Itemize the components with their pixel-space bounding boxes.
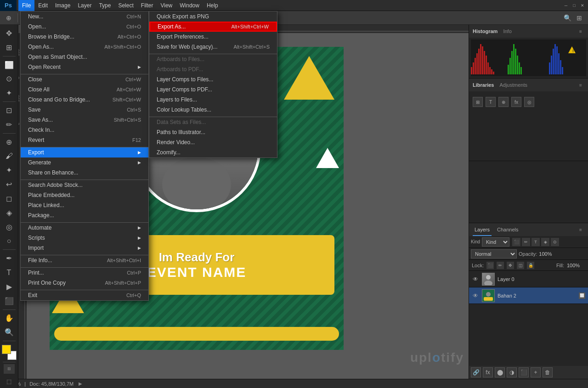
color-swatches[interactable] — [2, 345, 17, 360]
add-mask-button[interactable]: ⬤ — [495, 367, 505, 377]
export-save-web[interactable]: Save for Web (Legacy)... Alt+Shift+Ctrl+… — [149, 42, 277, 52]
lock-artboard[interactable]: ◫ — [517, 262, 524, 269]
menu-search-stock[interactable]: Search Adobe Stock... — [21, 180, 148, 190]
blur-tool[interactable]: ◎ — [2, 220, 17, 234]
opacity-value[interactable]: 100% — [539, 251, 557, 257]
lock-image[interactable]: ✏ — [497, 262, 504, 269]
lock-transparent[interactable]: ⬛ — [486, 262, 494, 269]
quick-mask-button[interactable]: ⊞ — [4, 364, 15, 374]
export-artboards-files[interactable]: Artboards to Files... — [149, 54, 277, 64]
path-selection-tool[interactable]: ▶ — [2, 280, 17, 293]
layer-kind-select[interactable]: Kind Name Effect — [482, 237, 509, 247]
export-quick-png[interactable]: Quick Export as PNG — [149, 11, 277, 22]
menu-open[interactable]: Open... Ctrl+O — [21, 22, 148, 32]
menu-scripts[interactable]: Scripts — [21, 233, 148, 243]
hand-tool[interactable]: ✋ — [2, 312, 17, 325]
menu-layer[interactable]: Layer — [74, 0, 95, 11]
export-zoomify[interactable]: Zoomify... — [149, 147, 277, 157]
type-tool[interactable]: T — [2, 266, 17, 279]
library-btn-3[interactable]: ⊕ — [498, 97, 509, 107]
menu-place-embedded[interactable]: Place Embedded... — [21, 190, 148, 200]
menu-filter[interactable]: Filter — [137, 0, 157, 11]
dodge-tool[interactable]: ○ — [2, 235, 17, 248]
layer-row-0[interactable]: 👁 Layer 0 — [469, 271, 588, 287]
shape-tool[interactable]: ⬛ — [2, 294, 17, 308]
menu-print-one[interactable]: Print One Copy Alt+Shift+Ctrl+P — [21, 278, 148, 288]
lock-position[interactable]: ✥ — [507, 262, 514, 269]
menu-select[interactable]: Select — [114, 0, 137, 11]
libraries-menu-icon[interactable]: ≡ — [577, 81, 584, 89]
lock-all[interactable]: 🔒 — [527, 262, 534, 269]
menu-exit[interactable]: Exit Ctrl+Q — [21, 290, 148, 300]
libraries-tab[interactable]: Libraries — [473, 82, 494, 88]
layer-visibility-1[interactable]: 👁 — [472, 292, 479, 299]
close-button[interactable]: ✕ — [579, 2, 586, 9]
delete-layer-button[interactable]: 🗑 — [543, 367, 553, 377]
link-layers-button[interactable]: 🔗 — [471, 367, 481, 377]
quick-select-tool[interactable]: ✦ — [2, 86, 17, 100]
menu-help[interactable]: Help — [203, 0, 222, 11]
menu-save[interactable]: Save Ctrl+S — [21, 105, 148, 115]
eyedropper-tool[interactable]: ✏ — [2, 118, 17, 131]
export-layer-comps-pdf[interactable]: Layer Comps to PDF... — [149, 84, 277, 95]
export-paths-illustrator[interactable]: Paths to Illustrator... — [149, 127, 277, 137]
library-btn-2[interactable]: T — [486, 97, 496, 107]
menu-file[interactable]: File — [18, 0, 34, 11]
channels-tab[interactable]: Channels — [495, 223, 520, 236]
menu-revert[interactable]: Revert F12 — [21, 135, 148, 145]
menu-package[interactable]: Package... — [21, 210, 148, 220]
info-tab[interactable]: Info — [503, 28, 511, 34]
menu-image[interactable]: Image — [51, 0, 74, 11]
menu-check-in[interactable]: Check In... — [21, 125, 148, 135]
library-btn-5[interactable]: ◎ — [524, 97, 534, 107]
fill-value[interactable]: 100% — [567, 263, 585, 268]
menu-type[interactable]: Type — [95, 0, 114, 11]
menu-edit[interactable]: Edit — [34, 0, 51, 11]
pen-tool[interactable]: ✒ — [2, 252, 17, 265]
libraries-panel-header[interactable]: Libraries Adjustments ≡ — [469, 79, 588, 91]
export-as[interactable]: Export As... Alt+Shift+Ctrl+W — [149, 22, 277, 32]
workspaces-button[interactable]: ⊞ — [574, 13, 584, 23]
export-color-lookup[interactable]: Color Lookup Tables... — [149, 105, 277, 115]
library-btn-1[interactable]: ⊞ — [473, 97, 483, 107]
brush-tool[interactable]: 🖌 — [2, 149, 17, 163]
histogram-panel-header[interactable]: Histogram Info ≡ — [469, 25, 588, 38]
zoom-tool[interactable]: 🔍 — [2, 326, 17, 339]
group-layers-button[interactable]: ⬛ — [519, 367, 529, 377]
screen-mode-button[interactable]: ⬚ — [2, 375, 17, 388]
export-preferences[interactable]: Export Preferences... — [149, 32, 277, 42]
library-btn-4[interactable]: fx — [511, 97, 521, 107]
menu-place-linked[interactable]: Place Linked... — [21, 200, 148, 210]
layer-visibility-0[interactable]: 👁 — [472, 276, 479, 283]
histogram-tab[interactable]: Histogram — [473, 28, 498, 34]
healing-brush-tool[interactable]: ⊕ — [2, 135, 17, 149]
foreground-color-swatch[interactable] — [2, 345, 11, 354]
menu-open-as[interactable]: Open As... Alt+Shift+Ctrl+O — [21, 42, 148, 52]
layers-panel-menu-icon[interactable]: ≡ — [577, 226, 584, 233]
menu-browse-bridge[interactable]: Browse in Bridge... Alt+Ctrl+O — [21, 32, 148, 42]
filter-smart[interactable]: ⊙ — [551, 238, 559, 246]
history-brush-tool[interactable]: ↩ — [2, 178, 17, 191]
new-layer-button[interactable]: + — [531, 367, 541, 377]
menu-view[interactable]: View — [157, 0, 176, 11]
menu-automate[interactable]: Automate — [21, 223, 148, 233]
layer-style-button[interactable]: fx — [483, 367, 493, 377]
artboard-tool[interactable]: ⊞ — [2, 41, 17, 54]
export-layer-comps-files[interactable]: Layer Comps to Files... — [149, 74, 277, 84]
gradient-tool[interactable]: ◈ — [2, 206, 17, 219]
layer-row-1[interactable]: 👁 Bahan 2 ⬜ — [469, 287, 588, 304]
crop-tool[interactable]: ⊡ — [2, 104, 17, 117]
menu-open-smart[interactable]: Open as Smart Object... — [21, 52, 148, 62]
lasso-tool[interactable]: ⊙ — [2, 72, 17, 85]
filter-type[interactable]: T — [531, 238, 540, 246]
move-tool-options[interactable]: ⊕ — [4, 13, 14, 23]
blend-mode-select[interactable]: Normal Multiply Screen Overlay — [471, 249, 517, 259]
menu-file-info[interactable]: File Info... Alt+Shift+Ctrl+I — [21, 255, 148, 265]
export-render-video[interactable]: Render Video... — [149, 137, 277, 147]
menu-export[interactable]: Export — [21, 147, 148, 157]
restore-button[interactable]: □ — [571, 2, 578, 9]
search-button[interactable]: 🔍 — [562, 13, 572, 23]
eraser-tool[interactable]: ◻ — [2, 192, 17, 205]
menu-new[interactable]: New... Ctrl+N — [21, 11, 148, 22]
menu-import[interactable]: Import — [21, 243, 148, 253]
